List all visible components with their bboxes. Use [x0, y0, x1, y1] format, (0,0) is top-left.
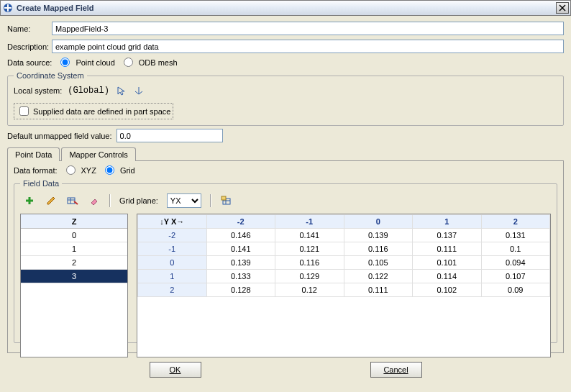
z-row[interactable]: 3 [21, 270, 127, 283]
grid-cell[interactable]: 0.137 [413, 229, 482, 242]
x-col-header: -1 [275, 215, 344, 229]
svg-rect-10 [68, 198, 75, 204]
axes-icon[interactable] [132, 84, 145, 97]
grid-cell[interactable]: 0.09 [481, 283, 550, 297]
grid-cell[interactable]: 0.12 [275, 283, 344, 297]
read-from-file-icon[interactable] [220, 194, 233, 207]
svg-rect-16 [221, 196, 226, 200]
z-header: Z [21, 214, 127, 229]
grid-cell[interactable]: 0.114 [413, 270, 482, 283]
coordinate-system-group: Coordinate System Local system: (Global)… [7, 71, 564, 126]
svg-line-7 [139, 91, 142, 94]
data-source-row: Data source: Point cloud ODB mesh [7, 58, 564, 67]
svg-rect-2 [7, 4, 9, 12]
yx-corner-header: ↓Y X→ [138, 215, 207, 229]
odb-mesh-radio[interactable] [124, 58, 133, 67]
title-bar: Create Mapped Field [0, 0, 571, 16]
y-row-header: -1 [138, 242, 207, 256]
data-format-row: Data format: XYZ Grid [14, 165, 557, 175]
grid-cell[interactable]: 0.128 [206, 283, 275, 297]
xyz-label: XYZ [81, 166, 96, 175]
data-format-label: Data format: [14, 166, 58, 175]
x-col-header: 0 [344, 215, 413, 229]
grid-cell[interactable]: 0.133 [206, 270, 275, 283]
window-title: Create Mapped Field [17, 4, 556, 12]
grid-cell[interactable]: 0.131 [481, 229, 550, 242]
ok-button[interactable]: OK [150, 362, 201, 378]
erase-icon[interactable] [88, 194, 101, 207]
tab-panel: Data format: XYZ Grid Field Data [7, 160, 564, 353]
grid-cell[interactable]: 0.116 [344, 242, 413, 256]
grid-cell[interactable]: 0.139 [206, 256, 275, 270]
grid-cell[interactable]: 0.094 [481, 256, 550, 270]
z-row[interactable]: 1 [21, 242, 127, 256]
app-icon [2, 2, 14, 14]
x-col-header: 1 [413, 215, 482, 229]
grid-area: Z 0123 ↓Y X→-2-1012-20.1460.1410.1390.13… [20, 214, 551, 357]
grid-cell[interactable]: 0.146 [206, 229, 275, 242]
xyz-radio[interactable] [66, 165, 76, 175]
grid-plane-label: Grid plane: [119, 196, 158, 205]
z-table: Z 0123 [20, 214, 128, 357]
grid-cell[interactable]: 0.141 [206, 242, 275, 256]
grid-cell[interactable]: 0.111 [344, 283, 413, 297]
grid-cell[interactable]: 0.129 [275, 270, 344, 283]
grid-cell[interactable]: 0.1 [481, 242, 550, 256]
tab-mapper-controls[interactable]: Mapper Controls [61, 147, 135, 161]
name-input[interactable] [52, 22, 564, 35]
grid-plane-select[interactable]: YX [167, 193, 201, 208]
grid-cell[interactable]: 0.141 [275, 229, 344, 242]
toolbar-separator [109, 194, 111, 207]
description-label: Description: [7, 42, 52, 51]
edit-icon[interactable] [45, 194, 58, 207]
field-data-legend: Field Data [20, 179, 62, 188]
y-row-header: 1 [138, 270, 207, 283]
main-grid-table: ↓Y X→-2-1012-20.1460.1410.1390.1370.131-… [137, 214, 551, 357]
grid-cell[interactable]: 0.121 [275, 242, 344, 256]
coordinate-system-legend: Coordinate System [14, 71, 87, 80]
toolbar-separator-2 [210, 194, 211, 207]
field-data-toolbar: Grid plane: YX [20, 192, 551, 214]
add-row-icon[interactable] [23, 194, 36, 207]
data-source-label: Data source: [7, 58, 52, 67]
tab-bar: Point Data Mapper Controls [7, 147, 564, 160]
x-col-header: -2 [206, 215, 275, 229]
z-row[interactable]: 0 [21, 229, 127, 242]
local-system-label: Local system: [14, 86, 62, 95]
field-data-group: Field Data Grid plane: YX [14, 179, 557, 343]
y-row-header: 2 [138, 283, 207, 297]
odb-mesh-label: ODB mesh [139, 58, 178, 67]
default-unmapped-label: Default unmapped field value: [7, 132, 112, 140]
part-space-checkbox-row[interactable]: Supplied data are defined in part space [14, 103, 173, 119]
grid-cell[interactable]: 0.111 [413, 242, 482, 256]
local-system-value: (Global) [68, 86, 109, 96]
grid-label: Grid [120, 166, 135, 175]
dialog-body: Name: Description: Data source: Point cl… [0, 16, 571, 385]
grid-cell[interactable]: 0.107 [481, 270, 550, 283]
y-row-header: 0 [138, 256, 207, 270]
point-cloud-radio[interactable] [60, 58, 70, 67]
grid-cell[interactable]: 0.102 [413, 283, 482, 297]
tab-point-data[interactable]: Point Data [7, 147, 60, 161]
grid-cell[interactable]: 0.101 [413, 256, 482, 270]
part-space-checkbox[interactable] [19, 106, 29, 116]
default-unmapped-input[interactable] [117, 129, 223, 142]
svg-line-6 [135, 91, 139, 94]
grid-cell[interactable]: 0.116 [275, 256, 344, 270]
y-row-header: -2 [138, 229, 207, 242]
grid-cell[interactable]: 0.139 [344, 229, 413, 242]
x-col-header: 2 [481, 215, 550, 229]
grid-cell[interactable]: 0.105 [344, 256, 413, 270]
description-input[interactable] [52, 40, 564, 53]
pick-cursor-icon[interactable] [115, 84, 128, 97]
point-cloud-label: Point cloud [76, 58, 114, 67]
table-pick-icon[interactable] [66, 194, 79, 207]
cancel-button[interactable]: Cancel [370, 362, 422, 378]
grid-cell[interactable]: 0.122 [344, 270, 413, 283]
grid-radio[interactable] [105, 165, 114, 175]
close-button[interactable] [556, 2, 569, 14]
z-row[interactable]: 2 [21, 256, 127, 270]
part-space-label: Supplied data are defined in part space [33, 107, 170, 116]
name-label: Name: [7, 24, 52, 33]
